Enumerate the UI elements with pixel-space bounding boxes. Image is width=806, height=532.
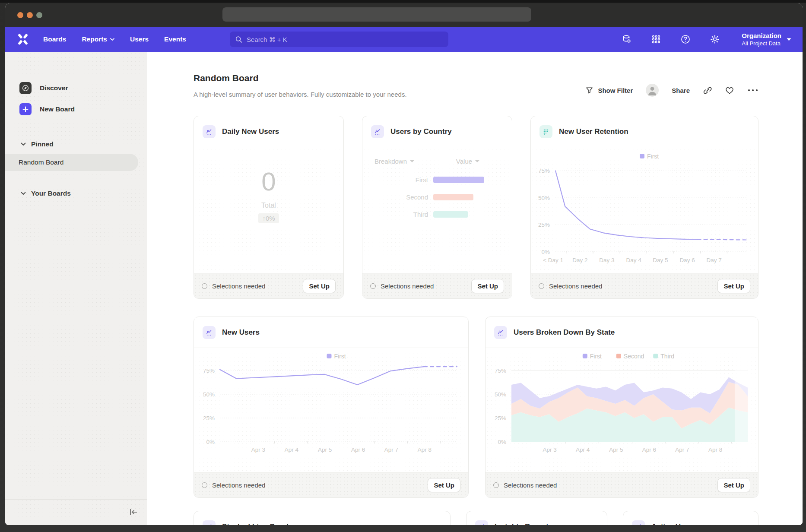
- card-title: Users Broken Down By State: [514, 328, 615, 337]
- svg-text:First: First: [590, 353, 602, 360]
- sidebar-section-your-boards[interactable]: Your Boards: [5, 186, 147, 201]
- page-title: Random Board: [194, 72, 407, 85]
- caret-down-icon: [787, 38, 791, 41]
- insights-chart-icon: [203, 125, 216, 138]
- status-selections-needed: Selections needed: [202, 282, 265, 290]
- window-minimize-button[interactable]: [27, 12, 33, 18]
- sidebar-section-pinned[interactable]: Pinned: [5, 137, 147, 152]
- card-body-chart: 75%50%25%0%Apr 3Apr 4Apr 5Apr 6Apr 7Apr …: [194, 348, 468, 472]
- avatar[interactable]: [646, 84, 659, 97]
- card-title: Stacked Line Graph: [222, 522, 291, 525]
- placeholder-bar-row: Third: [362, 210, 468, 218]
- retention-grid-icon: [539, 125, 552, 138]
- breakdown-select[interactable]: Value: [456, 158, 479, 165]
- insights-chart-icon: [203, 520, 216, 525]
- sidebar-item-random-board[interactable]: Random Board: [5, 154, 138, 171]
- board-description: A high-level summary of user behaviors. …: [194, 90, 407, 99]
- svg-text:First: First: [647, 153, 659, 160]
- card-stacked-line-graph: Stacked Line Graph: [194, 511, 451, 525]
- nav-item-reports[interactable]: Reports: [82, 35, 114, 43]
- metric-label: Total: [261, 202, 276, 209]
- svg-text:25%: 25%: [538, 222, 550, 228]
- svg-text:50%: 50%: [538, 195, 550, 201]
- favorite-heart-icon[interactable]: [725, 86, 734, 95]
- svg-text:25%: 25%: [203, 415, 215, 421]
- bar-label: Second: [362, 193, 428, 201]
- breakdown-select[interactable]: Breakdown: [374, 158, 414, 165]
- retention-line-chart: 75%50%25%0%< Day 1Day 2Day 3Day 4Day 5Da…: [531, 147, 758, 274]
- set-up-button[interactable]: Set Up: [717, 279, 750, 293]
- card-active-users: Active Users: [623, 511, 758, 525]
- more-options-icon[interactable]: [747, 88, 758, 92]
- collapse-sidebar-icon[interactable]: [128, 507, 139, 517]
- insights-chart-icon: [371, 125, 384, 138]
- status-circle-icon: [202, 283, 207, 289]
- bar-label: First: [362, 176, 428, 184]
- svg-text:Apr 3: Apr 3: [543, 446, 556, 453]
- set-up-button[interactable]: Set Up: [303, 279, 336, 293]
- svg-text:Apr 7: Apr 7: [675, 446, 689, 453]
- copy-link-icon[interactable]: [703, 86, 712, 95]
- search-input[interactable]: [247, 36, 443, 43]
- stacked-area-chart: 75%50%25%0%Apr 3Apr 4Apr 5Apr 6Apr 7Apr …: [486, 348, 758, 473]
- org-project-switcher[interactable]: Organization All Project Data: [742, 32, 791, 47]
- svg-text:Day 6: Day 6: [679, 257, 695, 263]
- nav-item-events[interactable]: Events: [164, 35, 186, 43]
- mixpanel-logo[interactable]: [17, 34, 29, 45]
- window-controls: [17, 12, 42, 18]
- window-close-button[interactable]: [17, 12, 23, 18]
- svg-text:Second: Second: [624, 353, 644, 360]
- bar: [433, 194, 473, 200]
- show-filter-button[interactable]: Show Filter: [585, 86, 633, 94]
- svg-text:Day 4: Day 4: [626, 257, 642, 263]
- apps-grid-icon[interactable]: [651, 34, 661, 44]
- status-selections-needed: Selections needed: [202, 481, 265, 489]
- placeholder-bar-row: First: [362, 175, 484, 184]
- url-bar[interactable]: [222, 7, 531, 22]
- chevron-down-icon: [21, 192, 26, 195]
- global-search[interactable]: [230, 32, 448, 47]
- new-users-line-chart: 75%50%25%0%Apr 3Apr 4Apr 5Apr 6Apr 7Apr …: [194, 348, 469, 473]
- caret-down-icon: [410, 160, 414, 162]
- app-window: Boards Reports Users Events: [5, 3, 803, 525]
- svg-text:Day 3: Day 3: [599, 257, 614, 263]
- search-icon: [235, 35, 243, 44]
- filter-icon: [585, 86, 593, 94]
- help-icon[interactable]: [680, 34, 691, 44]
- svg-text:75%: 75%: [538, 168, 550, 174]
- placeholder-bar-row: Second: [362, 193, 473, 201]
- insights-chart-icon: [494, 326, 507, 339]
- sidebar-footer: [5, 499, 147, 525]
- svg-text:Third: Third: [660, 353, 674, 360]
- data-management-icon[interactable]: [622, 34, 632, 44]
- card-daily-new-users: Daily New Users 0 Total ↑0% Selections n…: [194, 116, 344, 299]
- settings-gear-icon[interactable]: [710, 34, 720, 44]
- card-title: New Users: [222, 328, 260, 337]
- card-body-chart: 75%50%25%0%< Day 1Day 2Day 3Day 4Day 5Da…: [531, 147, 758, 273]
- status-selections-needed: Selections needed: [539, 282, 602, 290]
- set-up-button[interactable]: Set Up: [471, 279, 504, 293]
- svg-text:Apr 5: Apr 5: [609, 446, 623, 453]
- metric-value: 0: [261, 168, 276, 196]
- sidebar-item-new-board[interactable]: New Board: [5, 101, 147, 118]
- svg-text:Day 5: Day 5: [653, 257, 668, 263]
- desktop-background: Boards Reports Users Events: [0, 0, 806, 532]
- window-zoom-button[interactable]: [36, 12, 42, 18]
- svg-text:< Day 1: < Day 1: [543, 257, 563, 263]
- chevron-down-icon: [110, 38, 114, 41]
- status-selections-needed: Selections needed: [493, 481, 557, 489]
- svg-text:Apr 7: Apr 7: [384, 446, 398, 453]
- status-selections-needed: Selections needed: [370, 282, 434, 290]
- sidebar-item-discover[interactable]: Discover: [5, 79, 147, 97]
- card-title: Daily New Users: [222, 127, 279, 136]
- card-new-user-retention: New User Retention 75%50%25%0%< Day 1Day…: [530, 116, 758, 299]
- card-users-broken-down-by-state: Users Broken Down By State 75%50%25%0%Ap…: [485, 317, 758, 498]
- share-button[interactable]: Share: [672, 87, 690, 94]
- set-up-button[interactable]: Set Up: [717, 478, 750, 492]
- nav-item-users[interactable]: Users: [130, 35, 149, 43]
- svg-text:Apr 6: Apr 6: [351, 446, 365, 453]
- card-body: 0 Total ↑0%: [194, 147, 343, 273]
- set-up-button[interactable]: Set Up: [428, 478, 460, 492]
- nav-item-boards[interactable]: Boards: [43, 35, 66, 43]
- status-circle-icon: [202, 482, 207, 488]
